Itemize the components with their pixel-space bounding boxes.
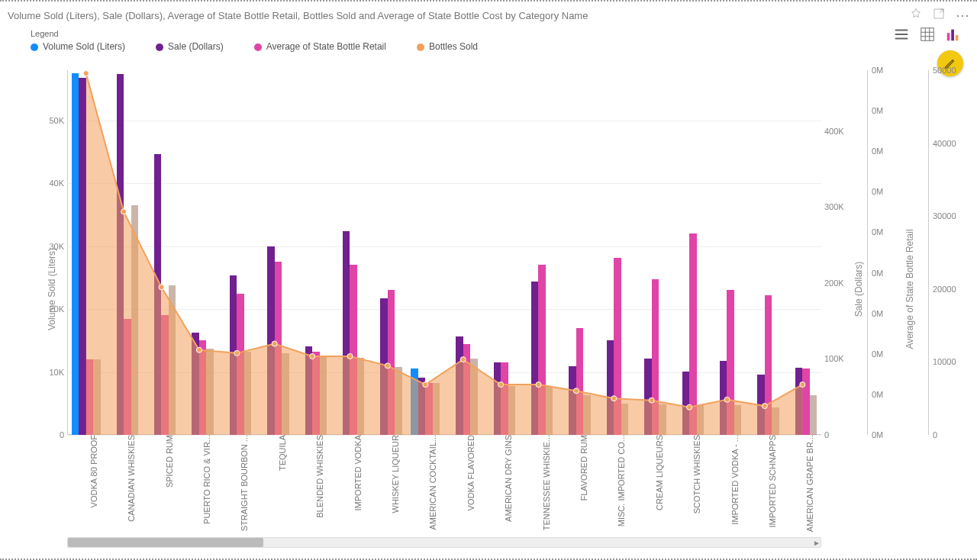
x-tick-label: STRAIGHT BOURBON ... — [240, 435, 249, 531]
ytick-left: 50K — [38, 116, 64, 125]
y-axis-r2-axis-line — [867, 70, 868, 435]
legend-label: Volume Sold (Liters) — [43, 41, 125, 52]
legend-swatch — [254, 43, 262, 51]
grid-view-icon[interactable] — [917, 24, 937, 44]
view-toolbar — [892, 24, 963, 44]
y-axis-r2-tick: 0M — [872, 349, 883, 359]
x-tick-label: FLAVORED RUM — [579, 435, 588, 501]
svg-rect-4 — [956, 35, 959, 40]
legend-swatch — [417, 43, 424, 51]
ytick-sale: 200K — [824, 278, 856, 288]
y-axis-retail-tick: 30000 — [933, 211, 956, 220]
ytick-left: 0 — [38, 430, 64, 439]
scroll-right-icon[interactable]: ► — [812, 538, 821, 547]
y-axis-r2-tick: 0M — [872, 146, 883, 156]
x-tick-label: SCOTCH WHISKIES — [692, 435, 701, 513]
legend-label: Sale (Dollars) — [168, 41, 224, 52]
svg-rect-1 — [921, 28, 934, 41]
y-axis-r2-tick: 0M — [872, 106, 883, 115]
y-axis-r2-tick: 0M — [872, 227, 883, 237]
legend-swatch — [156, 43, 163, 51]
x-tick-label: TENNESSEE WHISKIE... — [542, 435, 551, 530]
ytick-left: 40K — [38, 179, 64, 188]
svg-rect-3 — [951, 30, 954, 41]
x-tick-label: CANADIAN WHISKIES — [127, 435, 136, 522]
ytick-left: 20K — [38, 304, 64, 314]
ytick-sale: 300K — [824, 202, 856, 211]
plot-area: Volume Sold (Liters) Sale (Dollars) Aver… — [0, 70, 977, 549]
y-axis-r2-tick: 0M — [872, 309, 883, 318]
y-axis-retail-tick: 50000 — [933, 66, 956, 75]
y-axis-label-left: Volume Sold (Liters) — [47, 248, 57, 330]
y-axis-r2-tick: 0M — [872, 269, 883, 278]
legend-item[interactable]: Sale (Dollars) — [156, 41, 224, 52]
more-icon[interactable]: ⋯ — [956, 11, 969, 19]
ytick-left: 10K — [38, 368, 64, 377]
x-tick-label: AMERICAN GRAPE BR... — [805, 435, 814, 532]
title-bar: Volume Sold (Liters), Sale (Dollars), Av… — [0, 2, 977, 26]
legend-swatch — [31, 43, 38, 51]
y-axis-label-right2: Average of State Bottle Retail — [904, 229, 914, 349]
chart-title: Volume Sold (Liters), Sale (Dollars), Av… — [8, 10, 910, 21]
y-axis-label-right1: Sale (Dollars) — [854, 262, 865, 317]
list-view-icon[interactable] — [892, 24, 911, 44]
gridline — [67, 435, 821, 436]
svg-rect-2 — [947, 33, 950, 40]
x-tick-label: IMPORTED VODKA - ... — [730, 435, 740, 525]
x-tick-label: SPICED RUM — [165, 435, 174, 488]
x-tick-label: WHISKEY LIQUEUR — [391, 435, 400, 513]
pin-icon[interactable] — [910, 8, 922, 23]
x-tick-label: VODKA FLAVORED — [466, 435, 476, 510]
y-axis-retail-tick: 10000 — [933, 357, 956, 366]
legend-item[interactable]: Average of State Bottle Retail — [254, 41, 386, 52]
y-axis-retail-tick: 0 — [933, 430, 937, 439]
x-tick-label: AMERICAN COCKTAIL... — [428, 435, 437, 529]
y-axis-r2-tick: 0M — [872, 187, 883, 196]
y-axis-retail-axis-line — [928, 70, 929, 435]
scrollbar-thumb[interactable] — [68, 538, 263, 547]
ytick-sale: 100K — [824, 354, 856, 363]
ytick-left: 30K — [38, 242, 64, 251]
y-axis-retail-tick: 40000 — [933, 139, 956, 148]
y-axis-retail-tick: 20000 — [933, 285, 956, 294]
focus-icon[interactable] — [933, 8, 945, 23]
ytick-sale: 0 — [824, 430, 856, 439]
legend-item[interactable]: Volume Sold (Liters) — [31, 41, 125, 52]
chart-area: 010K20K30K40K50K0100K200K300K400K VODKA … — [67, 70, 821, 435]
y-axis-r2-tick: 0M — [872, 430, 883, 439]
visual-container: Volume Sold (Liters), Sale (Dollars), Av… — [0, 0, 977, 560]
x-tick-label: VODKA 80 PROOF — [89, 435, 98, 507]
x-tick-label: TEQUILA — [278, 435, 287, 471]
ytick-sale: 400K — [824, 127, 856, 136]
x-tick-label: IMPORTED VODKA — [353, 435, 363, 510]
x-tick-label: CREAM LIQUEURS — [655, 435, 664, 510]
legend-item[interactable]: Bottles Sold — [417, 41, 478, 52]
title-icons: ⋯ — [910, 8, 969, 23]
horizontal-scrollbar[interactable]: ◄ ► — [67, 537, 821, 548]
x-tick-label: PUERTO RICO & VIR... — [202, 435, 211, 524]
legend: Legend Volume Sold (Liters)Sale (Dollars… — [0, 26, 977, 52]
x-tick-label: AMERICAN DRY GINS — [504, 435, 513, 522]
x-tick-label: IMPORTED SCHNAPPS — [768, 435, 777, 527]
y-axis-r2-tick: 0M — [872, 66, 883, 75]
chart-view-icon[interactable] — [943, 24, 963, 44]
x-tick-label: BLENDED WHISKIES — [315, 435, 324, 518]
legend-title: Legend — [31, 29, 977, 38]
legend-label: Average of State Bottle Retail — [266, 41, 386, 52]
legend-label: Bottles Sold — [429, 41, 478, 52]
x-tick-label: MISC. IMPORTED CO... — [617, 435, 626, 526]
y-axis-r2-tick: 0M — [872, 390, 883, 399]
